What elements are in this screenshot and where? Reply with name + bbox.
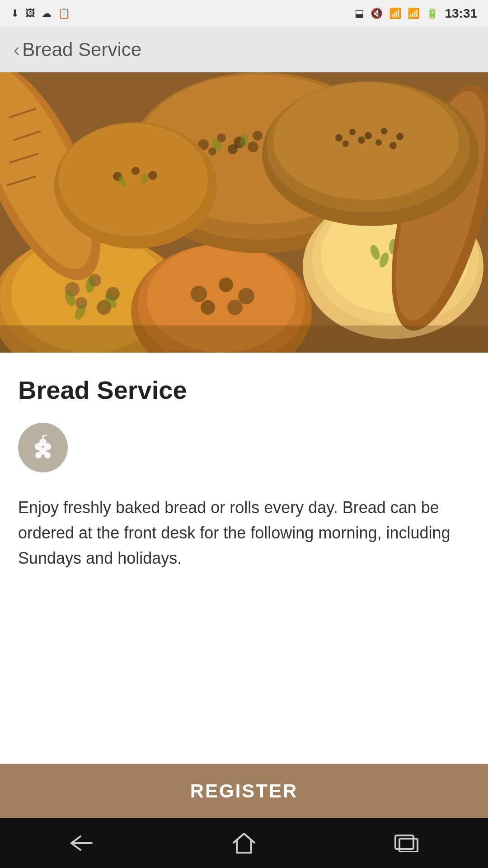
back-chevron-icon: ‹ — [14, 40, 19, 60]
clock: 13:31 — [445, 6, 477, 21]
back-button[interactable]: ‹ Bread Service — [14, 39, 141, 61]
svg-point-50 — [148, 171, 157, 180]
image-icon: 🖼 — [25, 8, 35, 19]
home-nav-icon — [233, 833, 255, 854]
svg-point-39 — [248, 142, 258, 152]
service-description: Enjoy freshly baked bread or rolls every… — [18, 495, 470, 571]
back-nav-icon — [69, 834, 94, 852]
svg-rect-89 — [399, 839, 418, 852]
svg-point-71 — [365, 132, 372, 139]
svg-point-22 — [191, 286, 207, 302]
svg-point-37 — [208, 147, 216, 156]
download-icon: ⬇ — [11, 8, 19, 19]
media-icon: 📋 — [58, 8, 70, 19]
mute-icon: 🔇 — [371, 8, 383, 19]
bluetooth-icon: ⬓ — [355, 8, 364, 19]
svg-point-25 — [201, 300, 215, 315]
service-title: Bread Service — [18, 375, 470, 405]
status-bar: ⬇ 🖼 ☁ 📋 ⬓ 🔇 📶 📶 🔋 13:31 — [0, 0, 488, 27]
svg-point-74 — [343, 141, 349, 147]
status-icons: ⬇ 🖼 ☁ 📋 — [11, 8, 70, 19]
register-button[interactable]: REGISTER — [0, 764, 488, 818]
svg-point-70 — [349, 129, 356, 135]
grain-icon — [29, 434, 56, 461]
svg-point-23 — [219, 278, 233, 292]
svg-point-73 — [396, 133, 404, 140]
svg-point-69 — [335, 134, 343, 142]
svg-point-72 — [381, 128, 387, 134]
nav-bar: ‹ Bread Service — [0, 27, 488, 72]
system-icons: ⬓ 🔇 📶 📶 🔋 13:31 — [355, 6, 477, 21]
hero-image — [0, 72, 488, 353]
content-area: Bread Service Enjoy freshly baked bread … — [0, 353, 488, 764]
svg-point-77 — [389, 142, 397, 149]
back-nav-button[interactable] — [51, 830, 112, 857]
nav-title: Bread Service — [22, 39, 141, 61]
svg-rect-88 — [395, 835, 413, 849]
recents-nav-icon — [394, 834, 419, 852]
svg-point-49 — [131, 167, 140, 175]
wifi-icon: 📶 — [389, 8, 401, 19]
bread-illustration — [0, 72, 488, 353]
upload-icon: ☁ — [42, 8, 52, 19]
svg-point-24 — [238, 288, 254, 304]
battery-icon: 🔋 — [426, 8, 438, 19]
svg-point-83 — [35, 452, 42, 458]
svg-point-38 — [228, 144, 238, 154]
home-nav-button[interactable] — [215, 828, 273, 858]
svg-point-33 — [253, 131, 263, 141]
svg-point-84 — [44, 452, 51, 458]
recents-nav-button[interactable] — [376, 830, 437, 857]
signal-icon: 📶 — [408, 8, 420, 19]
svg-point-47 — [59, 123, 208, 236]
service-icon-circle — [18, 423, 68, 472]
svg-point-26 — [227, 300, 243, 315]
bottom-nav — [0, 818, 488, 868]
svg-point-75 — [358, 137, 365, 144]
svg-rect-78 — [0, 326, 488, 353]
svg-point-76 — [375, 139, 382, 146]
svg-point-68 — [273, 82, 459, 200]
